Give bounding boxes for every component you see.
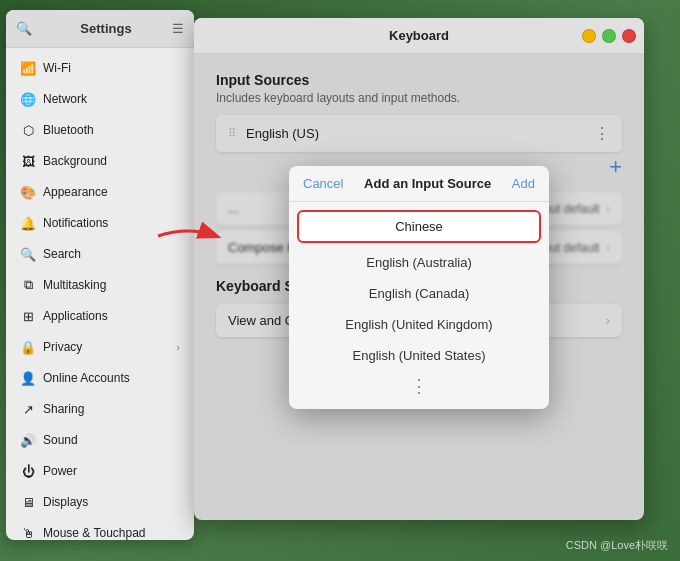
dialog-cancel-button[interactable]: Cancel [303, 176, 343, 191]
sidebar-item-label-mouse-touchpad: Mouse & Touchpad [43, 526, 180, 540]
sidebar: 📶Wi-Fi🌐Network⬡Bluetooth🖼Background🎨Appe… [6, 48, 194, 540]
wifi-icon: 📶 [20, 60, 36, 76]
sidebar-item-label-background: Background [43, 154, 180, 168]
sidebar-item-background[interactable]: 🖼Background [10, 146, 190, 176]
sidebar-item-sharing[interactable]: ↗Sharing [10, 394, 190, 424]
sidebar-item-label-notifications: Notifications [43, 216, 180, 230]
dialog-more-icon[interactable]: ⋮ [289, 371, 549, 405]
sidebar-item-wifi[interactable]: 📶Wi-Fi [10, 53, 190, 83]
chevron-right-icon: › [176, 341, 180, 353]
dialog-item-english-us[interactable]: English (United States) [289, 340, 549, 371]
sound-icon: 🔊 [20, 432, 36, 448]
dialog-item-chinese[interactable]: Chinese [297, 210, 541, 243]
dialog-header: Cancel Add an Input Source Add [289, 166, 549, 202]
add-input-source-dialog: Cancel Add an Input Source Add ChineseEn… [289, 166, 549, 409]
dialog-overlay: Cancel Add an Input Source Add ChineseEn… [194, 54, 644, 520]
minimize-button[interactable]: − [582, 29, 596, 43]
sidebar-item-online-accounts[interactable]: 👤Online Accounts [10, 363, 190, 393]
menu-icon[interactable]: ☰ [172, 21, 184, 36]
sidebar-item-mouse-touchpad[interactable]: 🖱Mouse & Touchpad [10, 518, 190, 540]
settings-title: Settings [40, 21, 172, 36]
dialog-item-english-uk[interactable]: English (United Kingdom) [289, 309, 549, 340]
displays-icon: 🖥 [20, 494, 36, 510]
dialog-item-english-canada[interactable]: English (Canada) [289, 278, 549, 309]
sidebar-item-power[interactable]: ⏻Power [10, 456, 190, 486]
sidebar-item-label-multitasking: Multitasking [43, 278, 180, 292]
multitasking-icon: ⧉ [20, 277, 36, 293]
sidebar-item-label-online-accounts: Online Accounts [43, 371, 180, 385]
sidebar-item-multitasking[interactable]: ⧉Multitasking [10, 270, 190, 300]
sidebar-item-label-privacy: Privacy [43, 340, 176, 354]
mouse-touchpad-icon: 🖱 [20, 525, 36, 540]
dialog-item-english-australia[interactable]: English (Australia) [289, 247, 549, 278]
search-icon[interactable]: 🔍 [16, 21, 32, 36]
keyboard-titlebar: Keyboard − [194, 18, 644, 54]
sidebar-item-network[interactable]: 🌐Network [10, 84, 190, 114]
sidebar-item-appearance[interactable]: 🎨Appearance [10, 177, 190, 207]
sidebar-item-label-wifi: Wi-Fi [43, 61, 180, 75]
dialog-add-button[interactable]: Add [512, 176, 535, 191]
background-icon: 🖼 [20, 153, 36, 169]
power-icon: ⏻ [20, 463, 36, 479]
watermark: CSDN @Love朴咲咲 [566, 538, 668, 553]
settings-titlebar: 🔍 Settings ☰ [6, 10, 194, 48]
applications-icon: ⊞ [20, 308, 36, 324]
sidebar-item-label-sound: Sound [43, 433, 180, 447]
online-accounts-icon: 👤 [20, 370, 36, 386]
settings-window: 🔍 Settings ☰ 📶Wi-Fi🌐Network⬡Bluetooth🖼Ba… [6, 10, 194, 540]
sidebar-item-search[interactable]: 🔍Search [10, 239, 190, 269]
appearance-icon: 🎨 [20, 184, 36, 200]
sidebar-item-privacy[interactable]: 🔒Privacy› [10, 332, 190, 362]
sidebar-item-label-displays: Displays [43, 495, 180, 509]
sidebar-item-applications[interactable]: ⊞Applications [10, 301, 190, 331]
bluetooth-icon: ⬡ [20, 122, 36, 138]
sidebar-item-label-sharing: Sharing [43, 402, 180, 416]
sidebar-item-label-power: Power [43, 464, 180, 478]
privacy-icon: 🔒 [20, 339, 36, 355]
sidebar-item-label-appearance: Appearance [43, 185, 180, 199]
sharing-icon: ↗ [20, 401, 36, 417]
search-icon: 🔍 [20, 246, 36, 262]
sidebar-item-bluetooth[interactable]: ⬡Bluetooth [10, 115, 190, 145]
sidebar-item-sound[interactable]: 🔊Sound [10, 425, 190, 455]
sidebar-item-label-bluetooth: Bluetooth [43, 123, 180, 137]
sidebar-item-notifications[interactable]: 🔔Notifications [10, 208, 190, 238]
sidebar-item-label-search: Search [43, 247, 180, 261]
network-icon: 🌐 [20, 91, 36, 107]
keyboard-title: Keyboard [389, 28, 449, 43]
dialog-title: Add an Input Source [343, 176, 511, 191]
sidebar-item-displays[interactable]: 🖥Displays [10, 487, 190, 517]
notifications-icon: 🔔 [20, 215, 36, 231]
close-button[interactable] [622, 29, 636, 43]
keyboard-content: Input Sources Includes keyboard layouts … [194, 54, 644, 520]
sidebar-item-label-network: Network [43, 92, 180, 106]
maximize-button[interactable] [602, 29, 616, 43]
dialog-list: ChineseEnglish (Australia)English (Canad… [289, 202, 549, 409]
sidebar-item-label-applications: Applications [43, 309, 180, 323]
keyboard-window: Keyboard − Input Sources Includes keyboa… [194, 18, 644, 520]
